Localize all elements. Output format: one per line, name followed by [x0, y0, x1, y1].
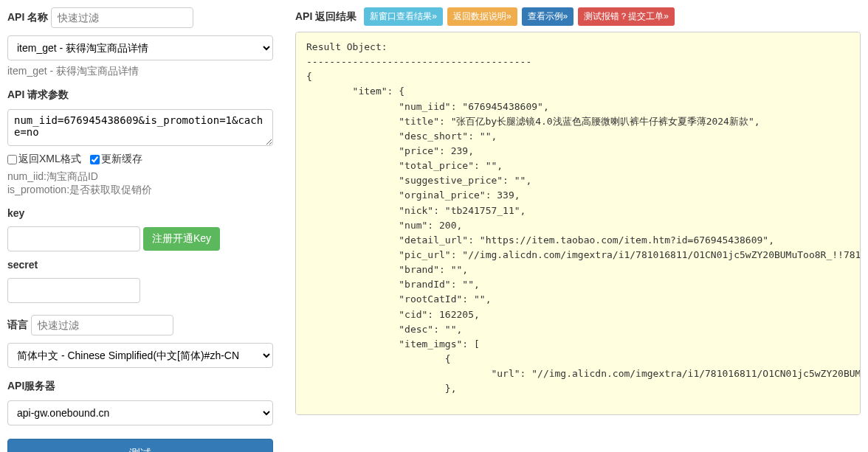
result-box[interactable]: Result Object: -------------------------… [295, 32, 861, 415]
badge-submit-ticket[interactable]: 测试报错？提交工单» [578, 7, 675, 26]
badge-return-desc[interactable]: 返回数据说明» [447, 7, 517, 26]
lang-filter-input[interactable] [31, 315, 173, 335]
api-select[interactable]: item_get - 获得淘宝商品详情 [7, 35, 273, 60]
xml-checkbox-label[interactable]: 返回XML格式 [7, 153, 84, 164]
key-input[interactable] [7, 226, 140, 251]
xml-checkbox[interactable] [7, 155, 17, 164]
right-panel: API 返回结果 新窗口查看结果» 返回数据说明» 查看示例» 测试报错？提交工… [295, 7, 861, 452]
api-name-label: API 名称 [7, 11, 48, 24]
lang-select[interactable]: 简体中文 - Chinese Simplified(中文[简体)#zh-CN [7, 343, 273, 368]
server-select[interactable]: api-gw.onebound.cn [7, 400, 273, 425]
cache-checkbox[interactable] [90, 155, 100, 164]
test-button[interactable]: 测试 [7, 439, 273, 452]
api-name-filter-input[interactable] [51, 7, 193, 28]
lang-label: 语言 [7, 319, 28, 332]
api-desc-text: item_get - 获得淘宝商品详情 [7, 65, 273, 78]
left-panel: API 名称 item_get - 获得淘宝商品详情 item_get - 获得… [7, 7, 273, 452]
req-params-textarea[interactable] [7, 109, 273, 146]
secret-label: secret [7, 259, 38, 271]
badge-example[interactable]: 查看示例» [522, 7, 574, 26]
badge-new-window[interactable]: 新窗口查看结果» [364, 7, 443, 26]
secret-input[interactable] [7, 278, 140, 303]
result-label: API 返回结果 [295, 10, 356, 24]
param-help-text: num_iid:淘宝商品ID is_promotion:是否获取取促销价 [7, 170, 273, 197]
register-key-button[interactable]: 注册开通Key [143, 227, 220, 251]
req-params-label: API 请求参数 [7, 88, 69, 102]
server-label: API服务器 [7, 380, 55, 393]
cache-checkbox-label[interactable]: 更新缓存 [90, 153, 142, 164]
key-label: key [7, 207, 24, 219]
